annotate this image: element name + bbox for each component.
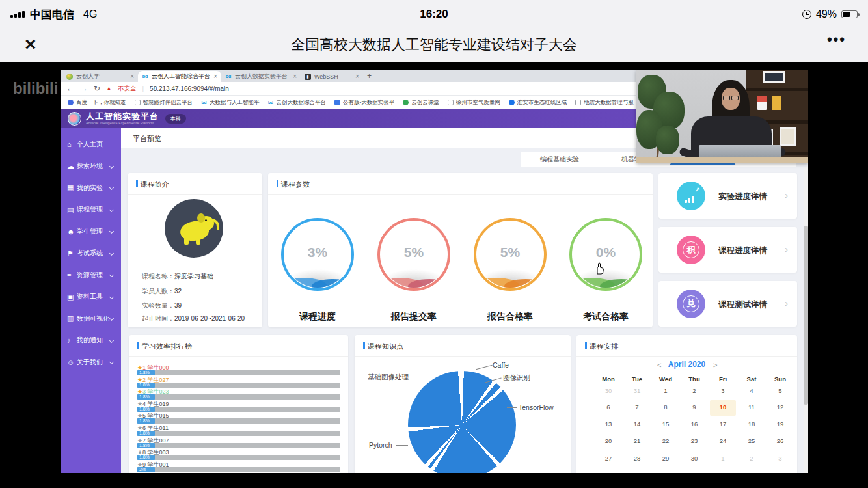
more-options-button[interactable]: •••	[827, 31, 846, 48]
sidebar-item-label: 学生管理	[77, 227, 103, 236]
sidebar-item-资源管理[interactable]: ≡资源管理	[61, 264, 121, 286]
calendar-day[interactable]: 27	[597, 455, 619, 462]
gauge-value: 5%	[477, 245, 543, 260]
chevron-right-icon[interactable]: ›	[785, 190, 788, 200]
sidebar-item-关于我们[interactable]: ☺关于我们	[61, 351, 121, 373]
tab-close-icon[interactable]: ×	[293, 73, 297, 80]
calendar-day[interactable]: 18	[740, 420, 763, 427]
calendar-day[interactable]: 23	[683, 437, 705, 444]
app-icon	[334, 100, 340, 105]
browser-tab[interactable]: 云创大学×	[62, 71, 138, 82]
bookmark-item[interactable]: 云创云课堂	[403, 99, 439, 107]
sidebar-item-数据可视化[interactable]: ▥数据可视化	[61, 308, 121, 330]
calendar-day[interactable]: 3	[712, 387, 734, 394]
calendar-day[interactable]: 15	[655, 420, 677, 427]
bookmark-item[interactable]: bd大数据与人工智能平	[201, 99, 260, 107]
sidebar-item-课程管理[interactable]: ▤课程管理	[61, 199, 121, 221]
bookmark-item[interactable]: 公有版-大数据实验平	[334, 99, 394, 107]
calendar-day[interactable]: 17	[712, 420, 734, 427]
detail-card-课程进度详情[interactable]: 积课程进度详情›	[658, 227, 797, 273]
calendar-day[interactable]: 8	[655, 403, 677, 411]
browser-tab[interactable]: bd云创大数据实验平台×	[221, 71, 301, 82]
sidebar-item-考试系统[interactable]: ⚑考试系统	[61, 243, 121, 265]
calendar-day[interactable]: 31	[626, 387, 648, 394]
tab-close-icon[interactable]: ×	[130, 73, 134, 80]
shelf-board	[746, 88, 808, 91]
calendar-day-header: Mon	[597, 375, 619, 383]
calendar-day[interactable]: 5	[769, 387, 791, 394]
book-red	[757, 96, 767, 110]
tab-title: 云创大数据实验平台	[235, 72, 290, 81]
ranking-bar-track: 1.8%	[137, 394, 340, 400]
calendar-day[interactable]: 19	[769, 420, 791, 427]
bookmark-label: 徐州市空气质量网	[456, 99, 500, 107]
bookmark-item[interactable]: 智慧路灯伴侣云平台	[135, 99, 193, 107]
calendar-day[interactable]: 28	[626, 455, 648, 462]
sidebar-item-我的实验[interactable]: ▦我的实验	[61, 177, 121, 199]
detail-card-实验进度详情[interactable]: ↗实验进度详情›	[658, 173, 797, 219]
bookmark-item[interactable]: 百度一下，你就知道	[68, 99, 126, 107]
ranking-bar-value: 1.8%	[137, 443, 155, 448]
calendar-day[interactable]: 6	[597, 403, 619, 411]
gauge-value: 3%	[284, 245, 351, 260]
calendar-day[interactable]: 7	[626, 403, 648, 411]
bookmark-item[interactable]: 徐州市空气质量网	[448, 99, 500, 107]
calendar-day[interactable]: 25	[740, 437, 763, 444]
course-field: 学员人数：32	[142, 287, 182, 296]
sidebar-item-个人主页[interactable]: ⌂个人主页	[61, 133, 121, 156]
desk	[636, 157, 808, 163]
sidebar-item-我的通知[interactable]: ♪我的通知	[61, 330, 121, 352]
calendar-day[interactable]: 30	[683, 455, 705, 462]
calendar-day[interactable]: 26	[769, 437, 791, 444]
address-bar-url[interactable]: 58.213.47.166:9094/#/main	[150, 85, 229, 92]
calendar-day[interactable]: 4	[740, 387, 763, 394]
back-button[interactable]: ←	[66, 84, 74, 93]
sidebar-item-资料工具[interactable]: ▣资料工具	[61, 286, 121, 308]
calendar-day[interactable]: 14	[626, 420, 648, 427]
scrollbar-thumb[interactable]	[804, 226, 808, 405]
calendar-day[interactable]: 10	[712, 403, 734, 411]
chevron-right-icon[interactable]: ›	[785, 244, 788, 254]
calendar-day[interactable]: 2	[683, 387, 705, 394]
dui-badge-icon: 兑	[677, 290, 705, 318]
calendar-day[interactable]: 29	[655, 455, 677, 462]
tab-close-icon[interactable]: ×	[355, 73, 359, 80]
reload-button[interactable]: ↻	[94, 84, 100, 93]
home-icon: ⌂	[67, 141, 77, 148]
sidebar-item-探索环境[interactable]: ☁探索环境	[61, 156, 121, 178]
calendar-day[interactable]: 13	[597, 420, 619, 427]
forward-button[interactable]: →	[80, 84, 88, 93]
calendar-day[interactable]: 30	[597, 387, 619, 394]
tab-close-icon[interactable]: ×	[213, 73, 217, 80]
sidebar-item-label: 课程管理	[77, 205, 103, 214]
cursor-hand-icon	[595, 262, 604, 275]
calendar-day[interactable]: 12	[769, 403, 791, 411]
sidebar-item-学生管理[interactable]: ☻学生管理	[61, 221, 121, 243]
bookmark-item[interactable]: 淮安市生态红线区域	[509, 99, 567, 107]
gauge-value: 5%	[381, 245, 447, 260]
detail-card-课程测试详情[interactable]: 兑课程测试详情›	[658, 281, 797, 327]
calendar-day[interactable]: 21	[626, 437, 648, 444]
calendar-day[interactable]: 2	[740, 455, 763, 462]
calendar-day[interactable]: 9	[683, 403, 705, 411]
gauge-label: 报告合格率	[465, 311, 556, 323]
calendar-next-button[interactable]: >	[713, 361, 717, 369]
bookmark-item[interactable]: 地震大数据管理与服	[575, 99, 634, 107]
calendar-day[interactable]: 20	[597, 437, 619, 444]
new-tab-button[interactable]: +	[367, 72, 372, 81]
calendar-day[interactable]: 1	[712, 455, 734, 462]
calendar-day[interactable]: 1	[655, 387, 677, 394]
chevron-right-icon[interactable]: ›	[785, 298, 788, 308]
calendar-day[interactable]: 16	[683, 420, 705, 427]
bookmark-item[interactable]: bd云创大数据综合平台	[268, 99, 327, 107]
browser-tab[interactable]: ▮WebSSH×	[301, 71, 363, 82]
content-tab[interactable]: 编程基础实验	[521, 155, 599, 164]
calendar-day[interactable]: 3	[769, 455, 791, 462]
calendar-day[interactable]: 22	[655, 437, 677, 444]
browser-tab[interactable]: bd云创人工智能综合平台×	[138, 71, 221, 82]
bar	[688, 198, 691, 203]
calendar-day[interactable]: 24	[712, 437, 734, 444]
calendar-day[interactable]: 11	[740, 403, 763, 411]
gauge-label: 报告提交率	[368, 311, 459, 323]
video-player[interactable]: bilibili 云创大学×bd云创人工智能综合平台×bd云创大数据实验平台×▮…	[0, 62, 868, 488]
